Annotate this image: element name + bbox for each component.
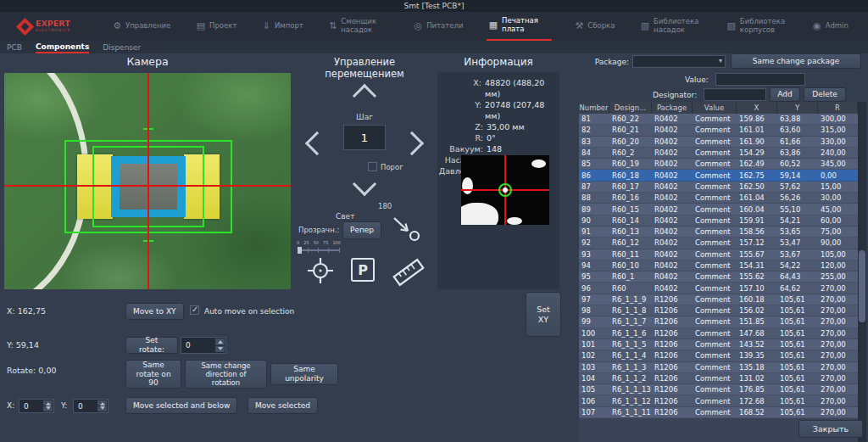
- offset-x-spinner[interactable]: 0: [19, 399, 54, 413]
- table-row[interactable]: 93R60_11R0402Comment155.6753,67105,00: [579, 249, 858, 260]
- table-row[interactable]: 81R60_22R0402Comment159.8663,88300,00: [579, 114, 858, 125]
- table-row[interactable]: 105R6_1_1_13R1206Comment176.85105,61270,…: [579, 384, 858, 395]
- table-row[interactable]: 104R6_1_1_2R1206Comment131.02105,61270,0…: [579, 373, 858, 384]
- set-xy-button[interactable]: Set XY: [526, 292, 561, 337]
- same-unpolarity-button[interactable]: Same unpolarity: [270, 363, 338, 385]
- table-scrollbar[interactable]: [858, 102, 866, 442]
- column-header[interactable]: R: [818, 102, 858, 114]
- spinner-down-icon[interactable]: [215, 346, 225, 353]
- table-cell: Comment: [693, 283, 737, 293]
- nav-item-project[interactable]: ▤ Проект: [194, 12, 240, 41]
- ruler-icon[interactable]: [392, 255, 426, 293]
- column-header[interactable]: Y: [777, 102, 818, 114]
- table-row[interactable]: 95R60_1R0402Comment155.6264,43255,00: [579, 271, 858, 283]
- nav-item-management[interactable]: ⚙ Управление: [110, 12, 173, 41]
- table-row[interactable]: 101R6_1_1_5R1206Comment143.52105,61270,0…: [579, 339, 858, 350]
- camera-view[interactable]: [4, 73, 291, 289]
- table-row[interactable]: 83R60_20R0402Comment161.9061,66330,00: [579, 137, 858, 148]
- table-row[interactable]: 84R60_2R0402Comment154.2963,86240,00: [579, 148, 858, 159]
- same-change-package-button[interactable]: Same change package: [731, 53, 861, 69]
- spinner-up-icon[interactable]: [215, 338, 225, 345]
- jog-up-button[interactable]: [353, 84, 376, 108]
- table-row[interactable]: 103R6_1_1_3R1206Comment135.18105,61270,0…: [579, 362, 858, 373]
- table-cell: 255,00: [818, 271, 858, 282]
- table-row[interactable]: 96R60R0402Comment157.1064,62270,00: [579, 283, 858, 294]
- target-center-icon[interactable]: [305, 255, 336, 289]
- column-header[interactable]: Value: [693, 102, 737, 114]
- nav-item-admin[interactable]: ◉ Admin: [810, 12, 851, 41]
- nav-item-feeders[interactable]: ◎ Питатели: [412, 12, 466, 41]
- set-rotate-button[interactable]: Set rotate:: [125, 337, 178, 354]
- value-input[interactable]: [715, 73, 805, 86]
- designator-input[interactable]: [704, 88, 766, 101]
- transparency-slider-thumb[interactable]: [298, 247, 302, 254]
- table-row[interactable]: 91R60_13R0402Comment158.5653,6575,00: [579, 227, 858, 238]
- table-row[interactable]: 87R60_17R0402Comment162.5057,6215,00: [579, 182, 858, 193]
- tab-components[interactable]: Components: [36, 41, 89, 53]
- table-cell: Comment: [693, 182, 737, 192]
- nav-item-package-library[interactable]: ▧ Библиотека корпусов: [724, 12, 789, 41]
- table-row[interactable]: 86R60_18R0402Comment162.7559,140,00: [579, 170, 858, 181]
- table-row[interactable]: 100R6_1_1_6R1206Comment147.68105,61270,0…: [579, 328, 858, 339]
- movement-panel: Шаг 1 Порог 180 Свет Прозрачн.: Репер 0 …: [295, 72, 434, 289]
- rotate-spinner[interactable]: 0: [181, 337, 226, 354]
- add-button[interactable]: Add: [770, 87, 800, 102]
- nav-item-nozzle-changer[interactable]: ⇅ Сменщик насадок: [326, 12, 391, 41]
- table-row[interactable]: 88R60_16R0402Comment161.0456,2630,00: [579, 193, 858, 204]
- table-cell: 105,61: [777, 373, 818, 383]
- package-select[interactable]: ▾: [632, 55, 726, 68]
- table-cell: Comment: [693, 328, 737, 338]
- offset-y-spinner[interactable]: 0: [73, 399, 108, 413]
- table-row[interactable]: 89R60_15R0402Comment160.0455,1045,00: [579, 204, 858, 215]
- table-cell: 155.67: [737, 249, 777, 260]
- column-header[interactable]: X: [737, 102, 777, 114]
- nav-item-nozzle-library[interactable]: ▥ Библиотека насадок: [638, 12, 704, 41]
- tab-dispenser[interactable]: Dispenser: [103, 41, 141, 53]
- jog-left-button[interactable]: [305, 131, 329, 155]
- threshold-checkbox[interactable]: [368, 162, 377, 171]
- jog-down-button[interactable]: [353, 172, 376, 196]
- column-header[interactable]: Number: [579, 102, 609, 114]
- delete-button[interactable]: Delete: [804, 87, 846, 102]
- table-row[interactable]: 99R6_1_1_7R1206Comment151.85105,61270,00: [579, 316, 858, 327]
- table-row[interactable]: 94R60_10R0402Comment154.3154,22120,00: [579, 260, 858, 271]
- table-cell: R0402: [652, 227, 693, 237]
- table-row[interactable]: 90R60_14R0402Comment159.9154,2160,00: [579, 215, 858, 227]
- table-row[interactable]: 98R6_1_1_8R1206Comment156.02105,61270,00: [579, 305, 858, 316]
- same-rotate-90-button[interactable]: Same rotate on 90: [125, 360, 181, 389]
- table-row[interactable]: 85R60_19R0402Comment162.4960,52345,00: [579, 159, 858, 170]
- tab-pcb[interactable]: PCB: [7, 41, 22, 53]
- park-button[interactable]: P: [351, 258, 375, 282]
- spinner-down-icon[interactable]: [97, 406, 107, 411]
- fiducial-button[interactable]: Репер: [342, 221, 381, 239]
- move-selected-below-button[interactable]: Move selected and below: [125, 397, 237, 414]
- table-row[interactable]: 82R60_21R0402Comment161.0163,60315,00: [579, 125, 858, 136]
- nav-item-import[interactable]: ⇓ Импорт: [260, 12, 306, 41]
- scrollbar-thumb[interactable]: [859, 250, 865, 322]
- table-row[interactable]: 97R6_1_1_9R1206Comment160.18105,61270,00: [579, 294, 858, 305]
- move-selected-button[interactable]: Move selected: [248, 397, 318, 414]
- step-input[interactable]: 1: [343, 125, 386, 150]
- auto-move-checkbox[interactable]: [190, 305, 199, 315]
- table-cell: 105,61: [777, 362, 818, 372]
- spinner-up-icon[interactable]: [97, 400, 107, 406]
- table-cell: R1206: [652, 384, 693, 394]
- table-row[interactable]: 102R6_1_1_4R1206Comment139.35105,61270,0…: [579, 350, 858, 361]
- same-change-direction-button[interactable]: Same change direction of rotation: [185, 360, 267, 389]
- column-header[interactable]: Design...: [609, 102, 652, 114]
- table-row[interactable]: 107R6_1_1_11R1206Comment168.52105,61270,…: [579, 407, 858, 418]
- table-cell: R0402: [652, 148, 693, 158]
- nav-item-pcb[interactable]: ▦ Печатная плата: [487, 12, 552, 41]
- nav-item-assembly[interactable]: ⚒ Сборка: [572, 12, 617, 41]
- table-row[interactable]: 106R6_1_1_12R1206Comment172.68105,61270,…: [579, 395, 858, 406]
- spinner-down-icon[interactable]: [43, 406, 53, 411]
- table-row[interactable]: 92R60_12R0402Comment157.1253,4790,00: [579, 238, 858, 249]
- move-to-xy-button[interactable]: Move to XY: [125, 303, 184, 320]
- column-header[interactable]: Package: [652, 102, 693, 114]
- spinner-up-icon[interactable]: [43, 400, 53, 406]
- close-button[interactable]: Закрыть: [798, 420, 863, 438]
- transparency-slider[interactable]: [298, 247, 340, 254]
- window-title: Smt [Test PCB*]: [404, 2, 465, 10]
- jog-right-button[interactable]: [400, 131, 424, 155]
- move-to-fiducial-icon[interactable]: [390, 213, 424, 247]
